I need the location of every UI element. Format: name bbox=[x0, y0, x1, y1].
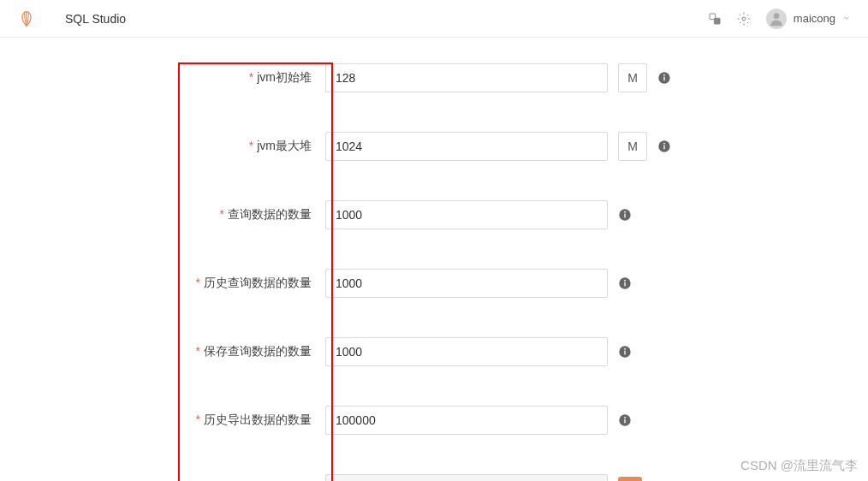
form-input[interactable] bbox=[325, 337, 608, 366]
svg-rect-8 bbox=[663, 145, 664, 150]
form-label-text: jvm最大堆 bbox=[257, 139, 312, 152]
app-title: SQL Studio bbox=[65, 12, 126, 26]
form-label-text: 查询数据的数量 bbox=[228, 207, 312, 221]
form-label-text: 历史查询数据的数量 bbox=[204, 276, 312, 289]
form-input[interactable] bbox=[325, 200, 608, 229]
user-section[interactable]: maicong bbox=[766, 9, 851, 29]
form-input bbox=[325, 474, 608, 481]
form-input[interactable] bbox=[325, 269, 608, 298]
svg-point-6 bbox=[663, 74, 665, 76]
svg-rect-1 bbox=[714, 18, 720, 24]
unit-box: M bbox=[618, 132, 647, 161]
form-area: *jvm初始堆M*jvm最大堆M*查询数据的数量*历史查询数据的数量*保存查询数… bbox=[0, 38, 868, 481]
form-label: *查询数据的数量 bbox=[0, 207, 325, 223]
svg-point-2 bbox=[742, 17, 746, 21]
form-label: *历史导出数据的数量 bbox=[0, 413, 325, 428]
header-right: maicong bbox=[708, 9, 851, 29]
svg-point-3 bbox=[774, 13, 780, 19]
info-icon[interactable] bbox=[618, 276, 632, 290]
info-icon[interactable] bbox=[618, 413, 632, 427]
required-mark: * bbox=[249, 70, 253, 84]
svg-rect-14 bbox=[624, 282, 625, 287]
form-row: *jvm初始堆M bbox=[0, 63, 868, 92]
required-mark: * bbox=[249, 139, 253, 152]
form-label: *jvm初始堆 bbox=[0, 70, 325, 86]
form-label-text: 历史导出数据的数量 bbox=[204, 413, 312, 426]
language-icon[interactable] bbox=[708, 12, 722, 26]
required-mark: * bbox=[196, 276, 200, 289]
form-row: *查询数据的数量 bbox=[0, 200, 868, 229]
form-row: *jvm最大堆M bbox=[0, 132, 868, 161]
settings-icon[interactable] bbox=[737, 12, 751, 26]
avatar bbox=[766, 9, 787, 29]
svg-rect-5 bbox=[663, 77, 664, 81]
form-label-text: jvm初始堆 bbox=[257, 70, 312, 84]
form-input[interactable] bbox=[325, 132, 608, 161]
form-label-text: 保存查询数据的数量 bbox=[204, 344, 312, 358]
form-input[interactable] bbox=[325, 63, 608, 92]
form-row: *保存查询数据的数量 bbox=[0, 337, 868, 366]
info-icon[interactable] bbox=[618, 208, 632, 222]
svg-rect-20 bbox=[624, 419, 625, 424]
info-icon[interactable] bbox=[657, 71, 671, 85]
header-left: SQL Studio bbox=[17, 9, 126, 28]
header: SQL Studio maicong bbox=[0, 0, 868, 38]
chevron-down-icon bbox=[842, 14, 851, 24]
required-mark: * bbox=[220, 207, 224, 221]
required-mark: * bbox=[196, 413, 200, 426]
form-label: *jvm最大堆 bbox=[0, 139, 325, 154]
username: maicong bbox=[794, 12, 835, 25]
color-picker-button[interactable] bbox=[618, 477, 642, 481]
form-row: *历史导出数据的数量 bbox=[0, 406, 868, 435]
form-row: *theme bbox=[0, 474, 868, 481]
form-label: *保存查询数据的数量 bbox=[0, 344, 325, 359]
svg-rect-17 bbox=[624, 351, 625, 355]
required-mark: * bbox=[196, 344, 200, 358]
svg-point-12 bbox=[624, 211, 626, 213]
svg-rect-11 bbox=[624, 214, 625, 218]
info-icon[interactable] bbox=[657, 140, 671, 153]
svg-point-15 bbox=[624, 280, 626, 282]
svg-point-18 bbox=[624, 348, 626, 350]
svg-point-21 bbox=[624, 417, 626, 419]
unit-box: M bbox=[618, 63, 647, 92]
form-label: *历史查询数据的数量 bbox=[0, 276, 325, 291]
form-row: *历史查询数据的数量 bbox=[0, 269, 868, 298]
logo bbox=[17, 9, 36, 28]
info-icon[interactable] bbox=[618, 345, 632, 359]
form-input[interactable] bbox=[325, 406, 608, 435]
svg-point-9 bbox=[663, 143, 665, 145]
